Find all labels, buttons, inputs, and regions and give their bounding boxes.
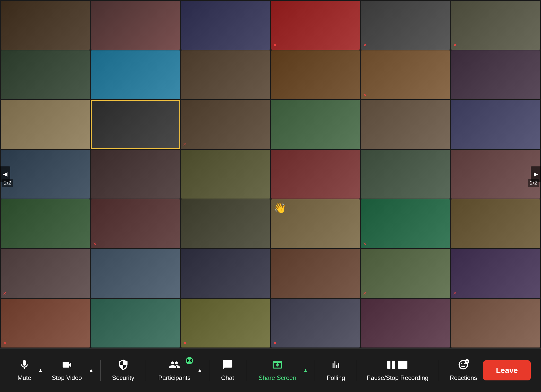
video-tile [181, 249, 270, 298]
participants-label: Participants [158, 374, 190, 381]
video-tile: ✕ [361, 1, 450, 50]
video-tile [1, 100, 90, 149]
separator-5 [315, 360, 315, 381]
share-screen-group: Share Screen ▲ [251, 357, 310, 384]
video-tile: ✕ [451, 1, 540, 50]
wave-emoji: 👋 [274, 202, 286, 214]
video-tile [1, 1, 90, 50]
polling-label: Polling [327, 374, 345, 381]
mute-button[interactable]: Mute [10, 357, 38, 384]
video-tile [451, 100, 540, 149]
separator-3 [209, 360, 209, 381]
participants-group: 68 Participants ▲ [151, 357, 204, 384]
video-tile: ✕ [361, 50, 450, 99]
video-tile [91, 249, 180, 298]
left-arrow-icon: ◀ [3, 171, 7, 177]
video-tile [1, 50, 90, 99]
next-page-button[interactable]: ▶ [531, 166, 541, 182]
participants-button[interactable]: 68 Participants [151, 357, 198, 384]
svg-rect-1 [392, 361, 395, 369]
mute-indicator: ✕ [273, 340, 277, 346]
chat-icon [222, 359, 233, 372]
video-tile: ✕ [1, 299, 90, 348]
video-tile [91, 50, 180, 99]
participants-badge: 68 [186, 357, 193, 364]
participants-icon [169, 359, 180, 372]
security-label: Security [112, 374, 134, 381]
video-tile [451, 50, 540, 99]
video-tile [91, 150, 180, 199]
stop-video-button[interactable]: Stop Video [45, 357, 89, 384]
svg-rect-0 [387, 361, 390, 369]
mute-indicator: ✕ [183, 340, 187, 346]
video-tile [361, 100, 450, 149]
separator-4 [246, 360, 246, 381]
leave-button[interactable]: Leave [483, 360, 531, 380]
chat-button[interactable]: Chat [214, 357, 241, 384]
video-tile [181, 150, 270, 199]
reactions-button[interactable]: + Reactions [443, 357, 483, 384]
stop-video-label: Stop Video [52, 374, 82, 381]
video-group: Stop Video ▲ [45, 357, 95, 384]
video-tile: ✕ [451, 249, 540, 298]
prev-page-button[interactable]: ◀ [0, 166, 10, 182]
mute-indicator: ✕ [273, 42, 277, 48]
mute-indicator: ✕ [93, 241, 97, 247]
video-tile [1, 199, 90, 248]
video-tile [451, 150, 540, 199]
video-tile [271, 150, 360, 199]
polling-button[interactable]: Polling [320, 357, 352, 384]
reactions-label: Reactions [450, 374, 477, 381]
video-tile [91, 1, 180, 50]
mute-indicator: ✕ [3, 291, 7, 296]
video-tile [361, 299, 450, 348]
video-tile [451, 199, 540, 248]
video-tile: ✕ [181, 100, 270, 149]
video-tile: ✕ [1, 249, 90, 298]
share-screen-button[interactable]: Share Screen [251, 357, 304, 384]
right-arrow-icon: ▶ [534, 171, 538, 177]
video-tile [1, 150, 90, 199]
video-tile [271, 50, 360, 99]
video-tile-highlighted [91, 100, 180, 149]
video-tile: ✕ [271, 299, 360, 348]
separator-2 [146, 360, 146, 381]
svg-text:+: + [466, 360, 468, 364]
video-icon [61, 359, 73, 372]
reactions-icon: + [458, 359, 469, 372]
video-tile [451, 299, 540, 348]
mute-group: Mute ▲ [10, 357, 45, 384]
share-screen-label: Share Screen [259, 374, 296, 381]
video-tile [181, 1, 270, 50]
separator-6 [357, 360, 357, 381]
mute-indicator: ✕ [363, 42, 367, 48]
polling-icon [330, 359, 342, 372]
mute-indicator: ✕ [363, 241, 367, 247]
shield-icon [118, 359, 129, 372]
video-tile: ✕ [181, 299, 270, 348]
security-button[interactable]: Security [106, 357, 141, 384]
mute-label: Mute [18, 374, 31, 381]
pause-recording-button[interactable]: Pause/Stop Recording [362, 357, 433, 384]
pause-recording-label: Pause/Stop Recording [367, 374, 429, 381]
video-tile [271, 249, 360, 298]
toolbar: Mute ▲ Stop Video ▲ Security [0, 348, 541, 392]
video-tile: ✕ [91, 199, 180, 248]
mute-indicator: ✕ [3, 340, 7, 346]
separator-1 [100, 360, 101, 381]
svg-rect-2 [398, 361, 407, 369]
mute-indicator: ✕ [183, 142, 187, 147]
video-tile [361, 150, 450, 199]
video-tile: ✕ [361, 199, 450, 248]
chat-label: Chat [221, 374, 234, 381]
share-screen-icon [272, 359, 283, 372]
video-grid: ✕ ✕ ✕ ✕ ✕ [0, 0, 541, 348]
mute-indicator: ✕ [363, 291, 367, 296]
mute-indicator: ✕ [453, 291, 457, 296]
video-tile [181, 199, 270, 248]
video-tile [271, 100, 360, 149]
video-tile [181, 50, 270, 99]
video-tile: ✕ [271, 1, 360, 50]
separator-7 [438, 360, 438, 381]
video-tile: 👋 [271, 199, 360, 248]
